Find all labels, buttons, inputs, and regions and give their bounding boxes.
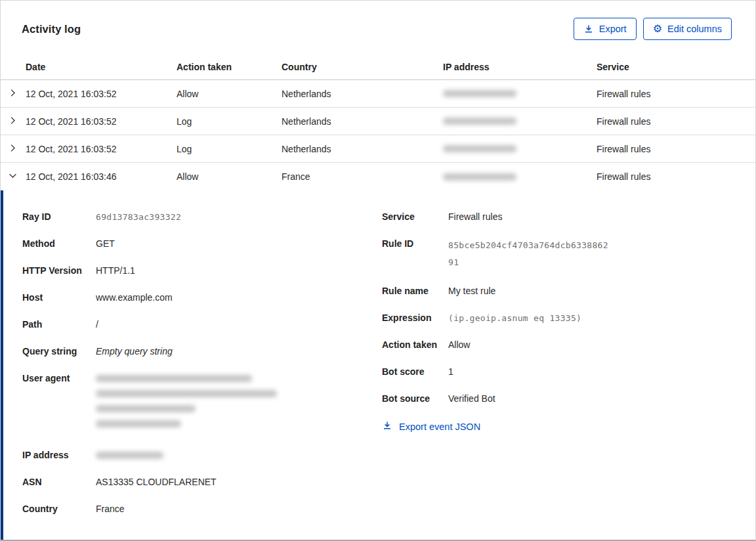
service-cell: Firewall rules [597, 116, 755, 127]
header: Activity log Export ⚙ Edit columns [1, 1, 755, 54]
download-icon [583, 24, 594, 34]
redacted-ip-blur [96, 448, 163, 462]
redacted-ip-blur [443, 145, 516, 152]
field-path: Path / [22, 318, 382, 332]
field-label: Country [22, 502, 96, 516]
expand-row-button[interactable] [1, 143, 26, 155]
field-value: HTTP/1.1 [96, 264, 135, 278]
activity-log-panel: Activity log Export ⚙ Edit columns Date … [0, 0, 756, 541]
field-value: 1 [448, 365, 453, 379]
field-value: AS13335 CLOUDFLARENET [96, 475, 217, 489]
column-header-action-taken[interactable]: Action taken [177, 62, 282, 72]
field-value: France [96, 502, 125, 516]
chevron-right-icon [8, 116, 18, 127]
field-value: Verified Bot [448, 392, 495, 406]
field-label: HTTP Version [22, 264, 96, 278]
event-detail-panel: Ray ID 69d13783ac393322 Method GET HTTP … [1, 190, 755, 540]
field-label: User agent [22, 372, 96, 435]
export-event-json-label: Export event JSON [399, 422, 480, 432]
redaction-line [96, 375, 252, 382]
field-http-version: HTTP Version HTTP/1.1 [22, 264, 382, 278]
field-service: Service Firewall rules [382, 210, 732, 224]
edit-columns-button[interactable]: ⚙ Edit columns [643, 18, 732, 40]
ip-address-cell [443, 118, 597, 125]
table-row[interactable]: 12 Oct, 2021 16:03:52 Log Netherlands Fi… [1, 108, 755, 135]
field-rule-name: Rule name My test rule [382, 284, 732, 298]
collapse-row-button[interactable] [1, 171, 26, 183]
field-value: Allow [448, 338, 470, 352]
page-title: Activity log [22, 23, 81, 35]
ip-address-cell [443, 90, 597, 97]
field-expression: Expression (ip.geoip.asnum eq 13335) [382, 311, 732, 325]
column-header-country[interactable]: Country [282, 62, 443, 72]
date-cell: 12 Oct, 2021 16:03:46 [26, 171, 177, 182]
service-cell: Firewall rules [597, 89, 755, 99]
action-taken-cell: Allow [177, 89, 282, 99]
redaction-line [96, 405, 196, 412]
redaction-line [96, 390, 277, 397]
action-taken-cell: Log [177, 144, 282, 154]
column-header-service[interactable]: Service [597, 62, 755, 72]
country-cell: Netherlands [282, 116, 443, 127]
service-cell: Firewall rules [597, 171, 755, 182]
field-country: Country France [22, 502, 382, 516]
export-event-json-link[interactable]: Export event JSON [382, 420, 480, 433]
chevron-right-icon [8, 88, 18, 100]
table-row-expanded[interactable]: 12 Oct, 2021 16:03:46 Allow France Firew… [1, 163, 755, 190]
date-cell: 12 Oct, 2021 16:03:52 [26, 89, 177, 99]
chevron-down-icon [8, 171, 18, 183]
service-cell: Firewall rules [597, 144, 755, 154]
field-rule-id: Rule ID 85bce5b204cf4703a764dcb633886291 [382, 237, 732, 271]
field-value: Firewall rules [448, 210, 502, 224]
field-value: 85bce5b204cf4703a764dcb633886291 [448, 237, 610, 271]
date-cell: 12 Oct, 2021 16:03:52 [26, 116, 177, 127]
field-bot-score: Bot score 1 [382, 365, 732, 379]
field-value: GET [96, 237, 115, 251]
column-header-ip-address[interactable]: IP address [443, 62, 597, 72]
field-label: Service [382, 210, 448, 224]
field-ray-id: Ray ID 69d13783ac393322 [22, 210, 382, 224]
export-button-label: Export [599, 24, 627, 34]
field-value: / [96, 318, 98, 332]
expand-row-button[interactable] [1, 88, 26, 100]
field-value: www.example.com [96, 291, 173, 305]
field-label: Rule name [382, 284, 448, 298]
field-label: Expression [382, 311, 448, 325]
field-label: IP address [22, 448, 96, 462]
redaction-line [96, 420, 181, 427]
country-cell: Netherlands [282, 89, 443, 99]
field-label: Method [22, 237, 96, 251]
field-label: Bot score [382, 365, 448, 379]
field-query-string: Query string Empty query string [22, 345, 382, 358]
redacted-ip-blur [443, 90, 516, 97]
field-host: Host www.example.com [22, 291, 382, 305]
field-value: My test rule [448, 284, 495, 298]
date-cell: 12 Oct, 2021 16:03:52 [26, 144, 177, 154]
field-label: Rule ID [382, 237, 448, 271]
action-taken-cell: Allow [177, 171, 282, 182]
field-bot-source: Bot source Verified Bot [382, 392, 732, 406]
export-button[interactable]: Export [574, 18, 637, 40]
chevron-right-icon [8, 143, 18, 155]
redaction-line [96, 452, 163, 459]
field-user-agent: User agent [22, 372, 382, 435]
field-value: 69d13783ac393322 [96, 210, 181, 224]
expand-row-button[interactable] [1, 116, 26, 127]
redacted-ip-blur [443, 173, 516, 181]
field-value: Empty query string [96, 345, 173, 358]
field-value: (ip.geoip.asnum eq 13335) [448, 311, 581, 325]
field-action-taken: Action taken Allow [382, 338, 732, 352]
ip-address-cell [443, 173, 597, 181]
country-cell: France [282, 171, 443, 182]
redacted-user-agent-blur [96, 372, 277, 435]
table-header-row: Date Action taken Country IP address Ser… [1, 54, 755, 80]
table-row[interactable]: 12 Oct, 2021 16:03:52 Allow Netherlands … [1, 80, 755, 108]
column-header-date[interactable]: Date [26, 62, 177, 72]
ip-address-cell [443, 145, 597, 152]
field-asn: ASN AS13335 CLOUDFLARENET [22, 475, 382, 489]
table-row[interactable]: 12 Oct, 2021 16:03:52 Log Netherlands Fi… [1, 135, 755, 163]
field-method: Method GET [22, 237, 382, 251]
edit-columns-button-label: Edit columns [667, 24, 722, 34]
field-label: ASN [22, 475, 96, 489]
country-cell: Netherlands [282, 144, 443, 154]
